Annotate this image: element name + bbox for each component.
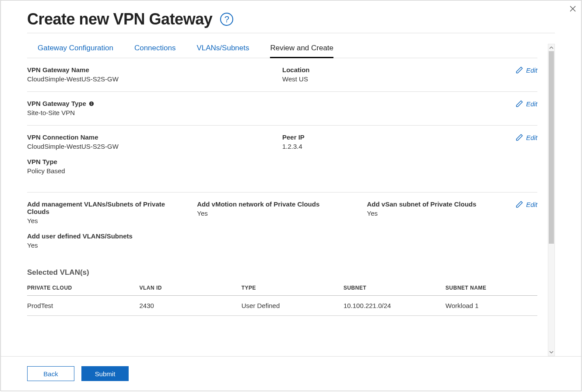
submit-button[interactable]: Submit	[81, 366, 129, 381]
edit-label: Edit	[526, 66, 537, 74]
help-icon[interactable]: ?	[220, 13, 233, 26]
cell-subnet-name: Workload 1	[445, 296, 537, 316]
vpn-connection-name-label: VPN Connection Name	[27, 133, 278, 141]
peer-ip-label: Peer IP	[282, 133, 533, 141]
edit-label: Edit	[526, 100, 537, 108]
edit-label: Edit	[526, 201, 537, 208]
gateway-type-section: VPN Gateway Type Site-to-Site VPN Edit	[27, 92, 537, 126]
edit-connection-link[interactable]: Edit	[515, 133, 537, 141]
scroll-down-icon[interactable]	[548, 349, 554, 356]
selected-vlans-title: Selected VLAN(s)	[27, 268, 537, 277]
vpn-type-value: Policy Based	[27, 167, 533, 175]
tab-vlans-subnets[interactable]: VLANs/Subnets	[196, 44, 249, 58]
pencil-icon	[515, 66, 523, 74]
tab-review-and-create[interactable]: Review and Create	[270, 44, 333, 58]
vsan-label: Add vSan subnet of Private Clouds	[367, 200, 533, 208]
selected-vlans-table: PRIVATE CLOUD VLAN ID TYPE SUBNET SUBNET…	[27, 285, 537, 316]
mgmt-vlans-label: Add management VLANs/Subnets of Private …	[27, 200, 184, 215]
mgmt-vlans-value: Yes	[27, 217, 184, 224]
vpn-gateway-type-value: Site-to-Site VPN	[27, 109, 533, 116]
pencil-icon	[515, 100, 523, 108]
location-value: West US	[282, 75, 533, 83]
scrollbar-thumb[interactable]	[549, 51, 554, 244]
cell-vlan-id: 2430	[140, 296, 242, 316]
pencil-icon	[515, 200, 523, 208]
location-label: Location	[282, 66, 533, 74]
tabs: Gateway Configuration Connections VLANs/…	[27, 44, 537, 58]
tab-gateway-configuration[interactable]: Gateway Configuration	[38, 44, 113, 58]
edit-gateway-link[interactable]: Edit	[515, 66, 537, 74]
connection-section: VPN Connection Name CloudSimple-WestUS-S…	[27, 126, 537, 192]
page-title: Create new VPN Gateway	[27, 10, 212, 28]
col-vlan-id: VLAN ID	[140, 285, 242, 296]
back-button[interactable]: Back	[27, 366, 74, 381]
pencil-icon	[515, 133, 523, 141]
cell-subnet: 10.100.221.0/24	[344, 296, 445, 316]
vpn-gateway-name-label: VPN Gateway Name	[27, 66, 278, 74]
svg-rect-3	[91, 103, 91, 105]
gateway-summary-section: VPN Gateway Name CloudSimple-WestUS-S2S-…	[27, 58, 537, 92]
vpn-gateway-type-label: VPN Gateway Type	[27, 100, 533, 107]
vmotion-value: Yes	[197, 210, 362, 217]
cell-private-cloud: ProdTest	[27, 296, 140, 316]
user-vlans-value: Yes	[27, 242, 533, 249]
col-subnet-name: SUBNET NAME	[445, 285, 537, 296]
vlans-config-section: Add management VLANs/Subnets of Private …	[27, 192, 537, 258]
vsan-value: Yes	[367, 210, 533, 217]
close-icon[interactable]	[569, 5, 577, 14]
tab-connections[interactable]: Connections	[134, 44, 176, 58]
dialog-frame: Create new VPN Gateway ? Gateway Configu…	[0, 0, 582, 391]
vmotion-label: Add vMotion network of Private Clouds	[197, 200, 362, 208]
vpn-connection-name-value: CloudSimple-WestUS-S2S-GW	[27, 143, 278, 150]
header: Create new VPN Gateway ?	[27, 10, 555, 33]
cell-type: User Defined	[242, 296, 344, 316]
vpn-type-label: VPN Type	[27, 158, 533, 165]
footer: Back Submit	[1, 356, 581, 391]
edit-vlans-link[interactable]: Edit	[515, 200, 537, 208]
edit-type-link[interactable]: Edit	[515, 100, 537, 108]
user-vlans-label: Add user defined VLANS/Subnets	[27, 232, 533, 240]
col-private-cloud: PRIVATE CLOUD	[27, 285, 140, 296]
col-subnet: SUBNET	[344, 285, 445, 296]
edit-label: Edit	[526, 134, 537, 141]
svg-point-4	[91, 102, 92, 103]
table-row: ProdTest 2430 User Defined 10.100.221.0/…	[27, 296, 537, 316]
peer-ip-value: 1.2.3.4	[282, 143, 533, 150]
info-icon[interactable]	[89, 101, 94, 106]
scrollbar[interactable]	[548, 44, 555, 356]
col-type: TYPE	[242, 285, 344, 296]
scroll-up-icon[interactable]	[548, 44, 554, 51]
vpn-gateway-name-value: CloudSimple-WestUS-S2S-GW	[27, 75, 278, 83]
